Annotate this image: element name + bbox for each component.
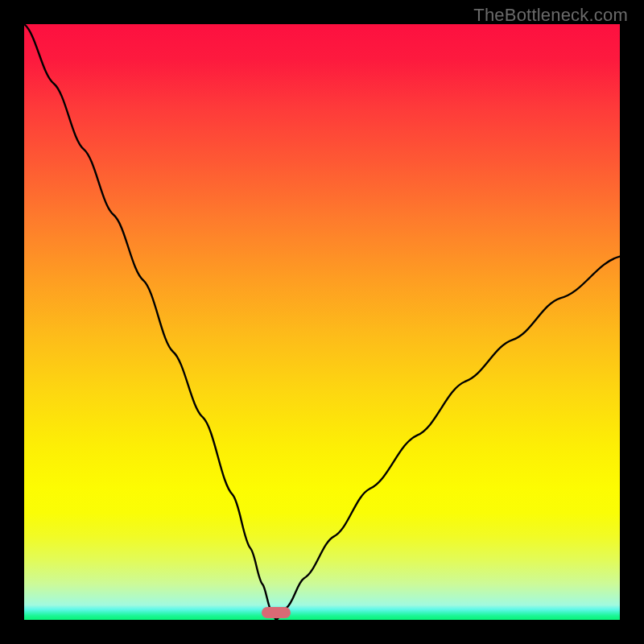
bottleneck-curve	[24, 24, 620, 620]
curve-left-branch	[24, 24, 276, 620]
curve-right-branch	[276, 257, 620, 620]
chart-frame: TheBottleneck.com	[0, 0, 644, 644]
optimal-marker	[262, 607, 291, 618]
plot-area	[24, 24, 620, 620]
watermark-text: TheBottleneck.com	[473, 5, 628, 26]
